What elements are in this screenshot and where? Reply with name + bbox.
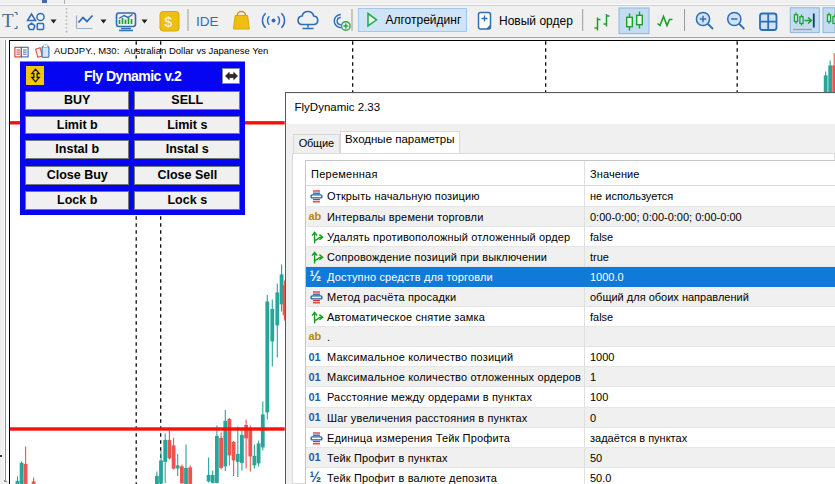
svg-text:T: T xyxy=(2,10,14,31)
svg-text:IDE: IDE xyxy=(196,14,219,29)
svg-text:$: $ xyxy=(164,13,173,30)
